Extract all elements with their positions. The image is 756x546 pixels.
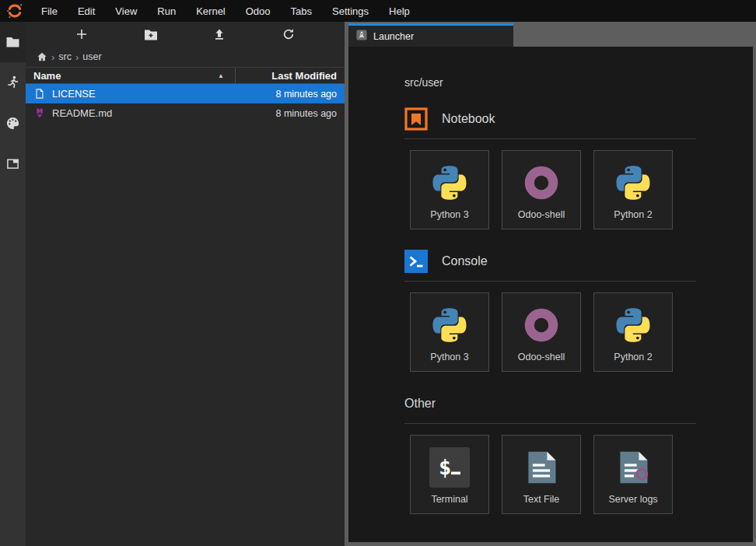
card-label: Odoo-shell	[518, 352, 565, 362]
menu-bar: FileEditViewRunKernelOdooTabsSettingsHel…	[0, 0, 756, 22]
odoo-sh-logo-icon	[6, 2, 23, 19]
column-name-label: Name	[33, 70, 61, 82]
breadcrumb-user[interactable]: user	[82, 51, 101, 62]
card-label: Python 2	[614, 209, 652, 220]
odoo-ring-icon	[521, 163, 562, 203]
file-list-header: Name ▲ Last Modified	[26, 67, 345, 84]
launcher-card-odoo-shell[interactable]: Odoo-shell	[502, 150, 581, 229]
launcher-card-server-logs[interactable]: Server logs	[593, 435, 673, 514]
launcher-card-python-3[interactable]: Python 3	[410, 292, 489, 372]
breadcrumb: ›src›user	[26, 47, 345, 67]
python-icon	[613, 305, 653, 345]
dock-panel: Launcher src/user NotebookPython 3Odoo-s…	[345, 22, 756, 546]
menu-run[interactable]: Run	[147, 0, 186, 22]
file-modified: 8 minutes ago	[236, 89, 345, 100]
launcher-card-odoo-shell[interactable]: Odoo-shell	[502, 292, 581, 372]
tabs-icon	[5, 157, 20, 170]
section-header: Notebook	[404, 107, 696, 131]
file-name: README.md	[52, 107, 236, 119]
file-row-license[interactable]: LICENSE8 minutes ago	[26, 84, 345, 103]
sidebar-item-file-browser[interactable]	[0, 22, 26, 62]
section-title: Notebook	[442, 112, 495, 126]
menu-edit[interactable]: Edit	[68, 0, 105, 22]
section-console: ConsolePython 3Odoo-shellPython 2	[404, 250, 696, 372]
launcher-card-terminal[interactable]: $Terminal	[410, 435, 489, 514]
launcher-card-python-2[interactable]: Python 2	[593, 292, 673, 372]
column-header-name[interactable]: Name ▲	[26, 68, 236, 83]
file-browser-panel: ›src›user Name ▲ Last Modified LICENSE8 …	[26, 22, 345, 546]
svg-text:$: $	[439, 455, 451, 479]
runner-icon	[5, 75, 20, 90]
tab-launcher-label: Launcher	[373, 31, 414, 42]
card-label: Server logs	[608, 494, 657, 505]
file-modified: 8 minutes ago	[236, 108, 345, 119]
file-browser-toolbar	[26, 22, 345, 47]
notebook-icon	[404, 107, 428, 131]
card-label: Python 3	[430, 352, 468, 362]
file-list: LICENSE8 minutes agoREADME.md8 minutes a…	[26, 84, 345, 546]
tab-launcher[interactable]: Launcher	[348, 23, 513, 47]
menu-tabs[interactable]: Tabs	[281, 0, 322, 22]
card-label: Python 2	[614, 352, 652, 362]
breadcrumb-src[interactable]: src	[58, 51, 72, 62]
card-label: Python 3	[430, 209, 468, 220]
menu-file[interactable]: File	[31, 0, 68, 22]
menu-settings[interactable]: Settings	[322, 0, 379, 22]
launcher-sections: NotebookPython 3Odoo-shellPython 2Consol…	[404, 107, 753, 514]
markdown-icon	[33, 107, 46, 120]
home-icon[interactable]	[37, 51, 47, 62]
menu-view[interactable]: View	[105, 0, 147, 22]
column-header-modified[interactable]: Last Modified	[236, 70, 345, 82]
section-notebook: NotebookPython 3Odoo-shellPython 2	[404, 107, 696, 229]
card-grid: Python 3Odoo-shellPython 2	[410, 150, 696, 229]
python-icon	[429, 163, 470, 203]
palette-icon	[5, 116, 20, 131]
serverlogs-icon	[613, 447, 653, 488]
file-icon	[33, 88, 46, 100]
launcher-card-python-3[interactable]: Python 3	[410, 150, 489, 229]
folder-filled-icon	[5, 36, 20, 48]
refresh-button[interactable]	[275, 24, 302, 44]
activity-sidebar	[0, 22, 26, 546]
terminal-icon: $	[429, 447, 470, 488]
card-label: Odoo-shell	[518, 209, 565, 220]
jupyterlab-window: FileEditViewRunKernelOdooTabsSettingsHel…	[0, 0, 756, 546]
upload-icon	[213, 28, 226, 40]
menu-help[interactable]: Help	[379, 0, 420, 22]
section-divider	[404, 281, 696, 282]
file-name: LICENSE	[52, 88, 236, 100]
card-label: Terminal	[431, 494, 467, 505]
crumb-separator: ›	[75, 51, 79, 63]
menu-odoo[interactable]: Odoo	[236, 0, 281, 22]
section-title: Console	[442, 254, 488, 268]
launcher-panel: src/user NotebookPython 3Odoo-shellPytho…	[348, 47, 753, 542]
section-divider	[404, 423, 696, 424]
sidebar-item-commands[interactable]	[0, 103, 26, 143]
python-icon	[429, 305, 470, 345]
launcher-icon	[356, 30, 367, 44]
launcher-card-python-2[interactable]: Python 2	[593, 150, 673, 229]
upload-button[interactable]	[206, 24, 233, 44]
python-icon	[613, 163, 653, 203]
textfile-icon	[521, 447, 562, 488]
odoo-ring-icon	[521, 305, 562, 345]
section-divider	[404, 138, 696, 139]
section-header: Other	[404, 392, 696, 415]
crumb-separator: ›	[51, 51, 54, 63]
launcher-card-text-file[interactable]: Text File	[502, 435, 581, 514]
refresh-icon	[282, 28, 295, 40]
launcher-cwd: src/user	[404, 76, 753, 89]
section-title: Other	[404, 397, 436, 411]
menu-kernel[interactable]: Kernel	[186, 0, 236, 22]
new-folder-button[interactable]	[138, 24, 164, 44]
plus-icon	[75, 28, 88, 40]
folder-plus-icon	[144, 29, 158, 40]
sidebar-item-open-tabs[interactable]	[0, 143, 26, 184]
card-grid: Python 3Odoo-shellPython 2	[410, 292, 696, 372]
section-header: Console	[404, 250, 696, 273]
card-grid: $TerminalText FileServer logs	[410, 435, 696, 514]
console-icon	[404, 250, 428, 273]
new-launcher-button[interactable]	[68, 24, 95, 44]
sidebar-item-running-sessions[interactable]	[0, 62, 26, 103]
file-row-readme.md[interactable]: README.md8 minutes ago	[26, 103, 345, 123]
